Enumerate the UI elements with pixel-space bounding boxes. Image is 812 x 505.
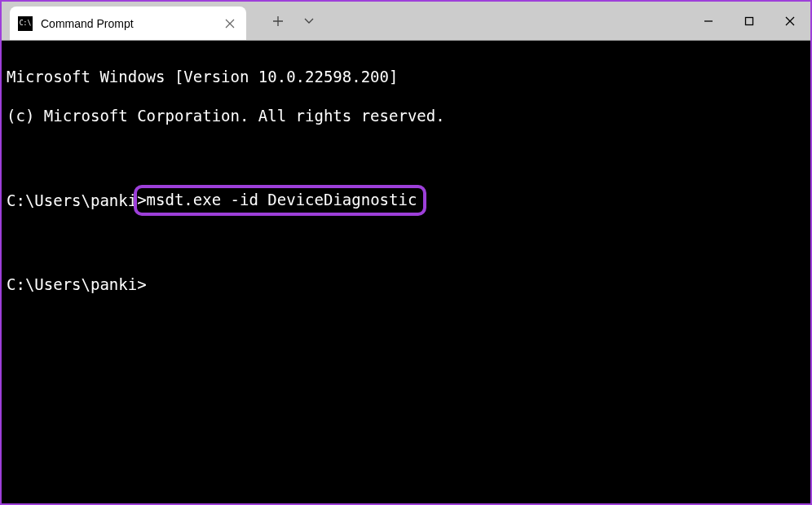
minimize-button[interactable] bbox=[688, 2, 729, 41]
tab-actions bbox=[263, 2, 324, 40]
maximize-button[interactable] bbox=[729, 2, 770, 41]
version-line: Microsoft Windows [Version 10.0.22598.20… bbox=[7, 67, 805, 86]
prompt-line-1: C:\Users\panki>msdt.exe -id DeviceDiagno… bbox=[7, 185, 805, 216]
prompt-prefix: C:\Users\panki bbox=[7, 191, 137, 210]
window-controls bbox=[688, 2, 810, 40]
tab-dropdown-button[interactable] bbox=[293, 2, 324, 41]
new-tab-button[interactable] bbox=[263, 2, 293, 41]
titlebar: C:\ Command Prompt bbox=[2, 2, 810, 41]
terminal-output[interactable]: Microsoft Windows [Version 10.0.22598.20… bbox=[2, 41, 810, 503]
tab-command-prompt[interactable]: C:\ Command Prompt bbox=[10, 7, 246, 40]
tab-close-button[interactable] bbox=[222, 15, 238, 32]
tab-title: Command Prompt bbox=[41, 17, 222, 30]
command-prompt-icon: C:\ bbox=[18, 16, 33, 31]
svg-rect-0 bbox=[746, 17, 753, 24]
copyright-line: (c) Microsoft Corporation. All rights re… bbox=[7, 106, 805, 125]
blank-line bbox=[7, 146, 805, 165]
blank-line-2 bbox=[7, 235, 805, 255]
close-button[interactable] bbox=[770, 2, 810, 41]
highlighted-command: >msdt.exe -id DeviceDiagnostic bbox=[134, 185, 426, 216]
command-text: msdt.exe -id DeviceDiagnostic bbox=[147, 191, 417, 209]
prompt-line-2: C:\Users\panki> bbox=[7, 274, 805, 294]
